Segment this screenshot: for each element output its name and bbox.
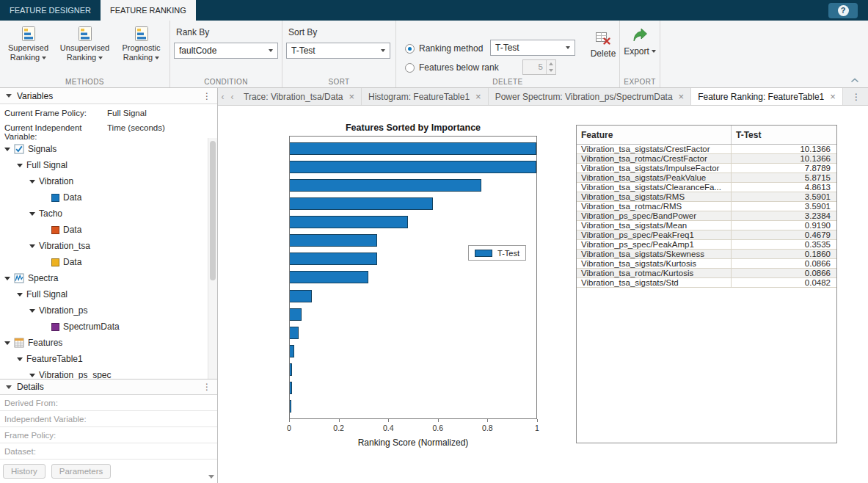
bar-vibration-tsa-rotmac-kurtosis — [290, 382, 292, 394]
tree-item-vibration-ps-spec[interactable]: Vibration_ps_spec — [0, 367, 208, 379]
tab-scroll-left-icon[interactable]: ‹ — [218, 88, 227, 105]
spinner-down-icon[interactable] — [547, 68, 555, 75]
tree-item-signals[interactable]: Signals — [0, 141, 208, 157]
details-panel-menu-icon[interactable]: ⋮ — [203, 382, 211, 392]
rank-by-dropdown[interactable]: faultCode — [174, 43, 278, 59]
tree-item-vibration-tsa[interactable]: Vibration_tsa — [0, 238, 208, 254]
tree-scrollbar[interactable] — [208, 138, 217, 379]
table-row[interactable]: Vibration_ps_spec/PeakFreq10.4679 — [577, 230, 836, 240]
export-icon — [631, 27, 649, 43]
table-row[interactable]: Vibration_tsa_rotmac/Kurtosis0.0866 — [577, 269, 836, 278]
unsupervised-ranking-button[interactable]: UnsupervisedRanking — [56, 21, 113, 75]
document-tab-feature-ranking[interactable]: Feature Ranking: FeatureTable1× — [691, 88, 843, 105]
ranking-method-radio[interactable] — [405, 44, 415, 54]
document-tab-trace[interactable]: Trace: Vibration_tsa/Data× — [237, 88, 362, 105]
ranking-method-value: T-Test — [495, 43, 566, 53]
column-header-ttest[interactable]: T-Test — [732, 126, 836, 144]
tree-item-vibration[interactable]: Vibration — [0, 173, 208, 189]
details-parameters-button[interactable]: Parameters — [51, 464, 111, 479]
close-icon[interactable]: × — [475, 92, 481, 101]
document-tab-menu-icon[interactable]: ⋮ — [845, 88, 868, 105]
expander-icon[interactable] — [29, 309, 35, 313]
expander-icon[interactable] — [17, 293, 23, 297]
table-row[interactable]: Vibration_tsa_sigstats/ClearanceFa...4.8… — [577, 183, 836, 192]
table-row[interactable]: Vibration_tsa_rotmac/CrestFactor10.1366 — [577, 154, 836, 164]
tree-item-spectra[interactable]: Spectra — [0, 270, 208, 286]
supervised-ranking-button[interactable]: SupervisedRanking — [0, 21, 56, 75]
signals-check-icon — [14, 144, 24, 154]
spinner-up-icon[interactable] — [547, 60, 555, 68]
tab-scroll-left-icon[interactable]: ‹ — [227, 88, 237, 105]
expander-icon[interactable] — [4, 341, 10, 345]
expander-icon[interactable] — [29, 180, 35, 184]
ribbon-section-delete: Ranking method T-Test Features below ran… — [396, 21, 620, 87]
collapse-ribbon-button[interactable] — [850, 78, 859, 83]
section-label-sort: SORT — [282, 78, 395, 86]
toolstrip-tab-feature-designer[interactable]: FEATURE DESIGNER — [0, 0, 101, 21]
main-area: Variables ⋮ Current Frame Policy: Full S… — [0, 88, 868, 483]
tree-item-data[interactable]: Data — [0, 222, 208, 238]
signal-color-icon — [51, 323, 59, 331]
expander-icon[interactable] — [4, 277, 10, 280]
table-row[interactable]: Vibration_tsa_sigstats/Skewness0.1860 — [577, 250, 836, 259]
delete-button[interactable]: Delete — [587, 31, 619, 59]
table-row[interactable]: Vibration_tsa_sigstats/RMS3.5901 — [577, 192, 836, 202]
help-icon: ? — [838, 5, 849, 16]
details-history-button[interactable]: History — [3, 464, 45, 479]
tree-item-data[interactable]: Data — [0, 254, 208, 270]
bar-vibration-tsa-sigstats-peakvalue — [290, 197, 433, 210]
tree-item-vibration-ps[interactable]: Vibration_ps — [0, 302, 208, 319]
column-header-feature[interactable]: Feature — [577, 126, 732, 144]
tree-item-features[interactable]: Features — [0, 335, 208, 351]
details-panel-header[interactable]: Details ⋮ — [0, 379, 217, 395]
document-tab-histogram[interactable]: Histogram: FeatureTable1× — [362, 88, 489, 105]
variables-panel-menu-icon[interactable]: ⋮ — [203, 91, 211, 101]
toolstrip-tab-feature-ranking[interactable]: FEATURE RANKING — [101, 0, 196, 21]
tree-item-full-signal[interactable]: Full Signal — [0, 157, 208, 173]
frame-policy-value: Full Signal — [107, 109, 147, 120]
table-row[interactable]: Vibration_tsa_sigstats/PeakValue5.8715 — [577, 173, 836, 183]
table-row[interactable]: Vibration_tsa_sigstats/CrestFactor10.136… — [577, 145, 836, 154]
table-row[interactable]: Vibration_tsa_sigstats/Kurtosis0.0866 — [577, 259, 836, 269]
table-row[interactable]: Vibration_ps_spec/BandPower3.2384 — [577, 211, 836, 221]
expander-icon[interactable] — [17, 164, 23, 167]
tree-item-featuretable1[interactable]: FeatureTable1 — [0, 351, 208, 367]
scrollbar-thumb[interactable] — [210, 141, 216, 280]
independent-variable-value: Time (seconds) — [107, 123, 165, 135]
ranking-method-dropdown[interactable]: T-Test — [490, 40, 575, 56]
detail-field-independent-variable: Independent Variable: — [0, 411, 217, 427]
document-tab-power-spectrum[interactable]: Power Spectrum: Vibration_ps/SpectrumDat… — [489, 88, 692, 105]
expander-icon[interactable] — [29, 212, 35, 216]
expander-icon[interactable] — [4, 148, 10, 151]
feature-ranking-view: Features Sorted by Importance T-Test 00.… — [218, 106, 868, 483]
bar-vibration-tsa-sigstats-clearancefa — [290, 216, 408, 228]
legend-label: T-Test — [497, 249, 519, 258]
expander-icon[interactable] — [29, 374, 35, 377]
tree-item-full-signal[interactable]: Full Signal — [0, 286, 208, 302]
tree-item-spectrumdata[interactable]: SpectrumData — [0, 319, 208, 335]
sort-by-dropdown[interactable]: T-Test — [286, 43, 390, 59]
rank-threshold-spinner[interactable]: 5 — [522, 59, 556, 75]
features-below-rank-radio[interactable] — [405, 63, 415, 73]
table-row[interactable]: Vibration_tsa_sigstats/ImpulseFactor7.87… — [577, 164, 836, 173]
variables-panel-header[interactable]: Variables ⋮ — [0, 88, 217, 104]
tree-item-tacho[interactable]: Tacho — [0, 206, 208, 222]
expander-icon[interactable] — [17, 357, 23, 361]
close-icon[interactable]: × — [830, 92, 836, 101]
export-button[interactable]: Export — [620, 21, 660, 75]
tree-item-data[interactable]: Data — [0, 189, 208, 206]
prognostic-ranking-button[interactable]: PrognosticRanking — [113, 21, 169, 75]
diagnostic-feature-designer-app: FEATURE DESIGNERFEATURE RANKING ? Superv… — [0, 0, 868, 483]
ranking-icon — [20, 24, 37, 43]
table-row[interactable]: Vibration_tsa_rotmac/RMS3.5901 — [577, 202, 836, 211]
close-icon[interactable]: × — [679, 92, 685, 101]
expander-icon[interactable] — [29, 244, 35, 248]
details-scroll-down-icon[interactable] — [208, 475, 214, 479]
table-row[interactable]: Vibration_tsa_sigstats/Std0.0482 — [577, 278, 836, 288]
help-button[interactable]: ? — [828, 3, 858, 18]
legend-swatch — [475, 250, 492, 257]
table-row[interactable]: Vibration_tsa_sigstats/Mean0.9190 — [577, 221, 836, 230]
ribbon-section-methods: SupervisedRankingUnsupervisedRankingProg… — [0, 21, 170, 87]
table-row[interactable]: Vibration_ps_spec/PeakAmp10.3535 — [577, 240, 836, 250]
close-icon[interactable]: × — [349, 92, 354, 101]
